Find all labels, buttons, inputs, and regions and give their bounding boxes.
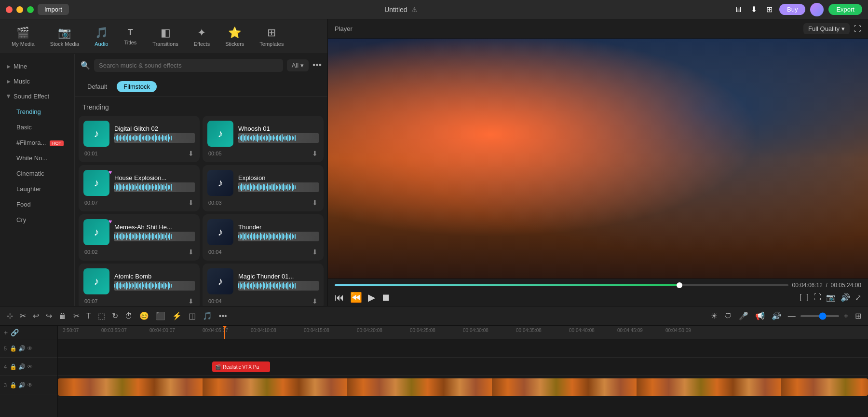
- lock-icon-4[interactable]: 🔒: [10, 363, 17, 370]
- main-video-clip[interactable]: [58, 378, 868, 396]
- download-icon-6[interactable]: ⬇: [312, 248, 318, 256]
- nav-item-stock-media[interactable]: 📷 Stock Media: [42, 23, 87, 51]
- sidebar-item-cinematic[interactable]: Cinematic: [3, 166, 71, 181]
- more-options-button[interactable]: •••: [312, 60, 322, 70]
- audio-icon-5[interactable]: 🔊: [18, 345, 26, 352]
- sun-tool[interactable]: ☀: [709, 309, 719, 322]
- eye-icon-5[interactable]: 👁: [27, 345, 33, 352]
- bracket-right-icon[interactable]: ]: [807, 293, 809, 302]
- zoom-slider[interactable]: [800, 315, 839, 317]
- nav-item-transitions[interactable]: ◧ Transitions: [145, 23, 186, 51]
- select-tool[interactable]: ⊹: [5, 309, 15, 322]
- text-tool[interactable]: T: [84, 310, 93, 322]
- vfx-clip[interactable]: 🎬 Realistic VFX Pa: [212, 361, 270, 372]
- playhead[interactable]: [224, 326, 225, 339]
- nav-item-my-media[interactable]: 🎬 My Media: [4, 23, 42, 51]
- buy-button[interactable]: Buy: [779, 4, 805, 15]
- lock-icon-5[interactable]: 🔒: [10, 345, 17, 352]
- sticker-tool[interactable]: 😊: [137, 309, 151, 322]
- mic-tool[interactable]: 🎤: [737, 309, 750, 322]
- grid-layout-tool[interactable]: ⊞: [853, 309, 863, 322]
- import-button[interactable]: Import: [38, 4, 69, 15]
- tab-default[interactable]: Default: [81, 81, 114, 92]
- sound-card-atomic-bomb[interactable]: ♪ Atomic Bomb: [79, 264, 200, 306]
- plus-zoom-tool[interactable]: +: [842, 310, 850, 322]
- minus-zoom-tool[interactable]: —: [786, 310, 798, 322]
- sound-card-magic-thunder[interactable]: ♪ Magic Thunder 01...: [203, 264, 324, 306]
- shield-tool[interactable]: 🛡: [722, 310, 734, 322]
- grid-icon[interactable]: ⊞: [764, 4, 774, 15]
- speed-tool[interactable]: ⏱: [123, 310, 135, 322]
- nav-item-templates[interactable]: ⊞ Templates: [252, 23, 291, 51]
- ai-tool[interactable]: ⚡: [170, 309, 184, 322]
- sound-card-digital-glitch-02[interactable]: ♪ Digital Glitch 02: [79, 116, 200, 162]
- traffic-light-minimize[interactable]: [16, 6, 23, 13]
- eye-icon-4[interactable]: 👁: [27, 363, 33, 370]
- audio-icon-4[interactable]: 🔊: [18, 363, 26, 370]
- nav-item-effects[interactable]: ✦ Effects: [186, 23, 217, 51]
- user-avatar[interactable]: [810, 3, 824, 16]
- sound-card-explosion[interactable]: ♪ Explosion: [203, 165, 324, 211]
- sound-card-memes[interactable]: ♥ ♪ Memes-Ah Shit He...: [79, 214, 200, 261]
- sidebar-item-white-no[interactable]: White No...: [3, 151, 71, 166]
- voiceover-tool[interactable]: 📢: [753, 309, 767, 322]
- more-tool[interactable]: •••: [217, 310, 229, 322]
- rotate-tool[interactable]: ↻: [110, 309, 120, 322]
- sound-card-whoosh-01[interactable]: ♪ Whoosh 01: [203, 116, 324, 162]
- sound-card-house-explosion[interactable]: ♥ ♪ House Explosion...: [79, 165, 200, 211]
- progress-bar[interactable]: [335, 284, 788, 286]
- step-back-button[interactable]: ⏪: [350, 292, 362, 303]
- sidebar-item-basic[interactable]: Basic: [3, 120, 71, 135]
- crop-icon[interactable]: ⛶: [814, 293, 821, 302]
- download-icon-4[interactable]: ⬇: [312, 199, 318, 207]
- fullscreen-icon[interactable]: ⛶: [854, 25, 861, 33]
- mask-tool[interactable]: ⬛: [154, 309, 167, 322]
- bracket-left-icon[interactable]: [: [800, 293, 801, 302]
- undo-tool[interactable]: ↩: [31, 309, 41, 322]
- expand-icon[interactable]: ⤢: [855, 293, 861, 302]
- monitor-icon[interactable]: 🖥: [733, 4, 744, 15]
- nav-item-audio[interactable]: 🎵 Audio: [87, 23, 116, 51]
- download-icon-5[interactable]: ⬇: [188, 248, 194, 256]
- volume-icon[interactable]: 🔊: [841, 293, 850, 302]
- link-icon[interactable]: 🔗: [11, 329, 19, 336]
- sidebar-group-mine[interactable]: ▶ Mine: [0, 59, 74, 74]
- download-icon-3[interactable]: ⬇: [188, 199, 194, 207]
- cut-tool[interactable]: ✂: [71, 309, 81, 322]
- transform-tool[interactable]: ⬚: [96, 309, 107, 322]
- download-icon-8[interactable]: ⬇: [312, 297, 318, 305]
- nav-item-titles[interactable]: T Titles: [116, 24, 145, 49]
- download-icon-1[interactable]: ⬇: [188, 150, 194, 157]
- download-icon-2[interactable]: ⬇: [312, 150, 318, 157]
- progress-thumb[interactable]: [677, 282, 682, 288]
- sidebar-group-sound-effect[interactable]: ▶ Sound Effect: [0, 89, 74, 104]
- add-track-icon[interactable]: +: [4, 329, 8, 336]
- redo-tool[interactable]: ↪: [44, 309, 54, 322]
- screenshot-icon[interactable]: 📷: [826, 293, 836, 302]
- traffic-light-fullscreen[interactable]: [27, 6, 34, 13]
- sound-card-thunder[interactable]: ♪ Thunder: [203, 214, 324, 261]
- razor-tool[interactable]: ✂: [18, 309, 28, 322]
- skip-back-button[interactable]: ⏮: [335, 292, 344, 303]
- lock-icon-3[interactable]: 🔒: [10, 382, 17, 389]
- sound-tool[interactable]: 🔊: [770, 309, 783, 322]
- nav-item-stickers[interactable]: ⭐ Stickers: [217, 23, 252, 51]
- play-button[interactable]: ▶: [368, 292, 375, 303]
- delete-tool[interactable]: 🗑: [57, 310, 68, 322]
- search-input[interactable]: [94, 59, 283, 72]
- split-tool[interactable]: ◫: [187, 309, 198, 322]
- stop-button[interactable]: ⏹: [381, 292, 391, 303]
- sidebar-item-trending[interactable]: Trending: [3, 104, 71, 119]
- quality-selector[interactable]: Full Quality ▾: [803, 23, 850, 34]
- sidebar-item-laughter[interactable]: Laughter: [3, 181, 71, 196]
- eye-icon-3[interactable]: 👁: [27, 382, 33, 389]
- audio-icon-3[interactable]: 🔊: [18, 382, 26, 389]
- sidebar-item-food[interactable]: Food: [3, 197, 71, 212]
- export-button[interactable]: Export: [828, 4, 862, 15]
- download-icon[interactable]: ⬇: [748, 4, 759, 15]
- filter-all-button[interactable]: All ▾: [287, 59, 309, 71]
- tab-filmstock[interactable]: Filmstock: [117, 81, 157, 92]
- traffic-light-close[interactable]: [6, 6, 13, 13]
- sidebar-group-music[interactable]: ▶ Music: [0, 74, 74, 89]
- download-icon-7[interactable]: ⬇: [188, 297, 194, 305]
